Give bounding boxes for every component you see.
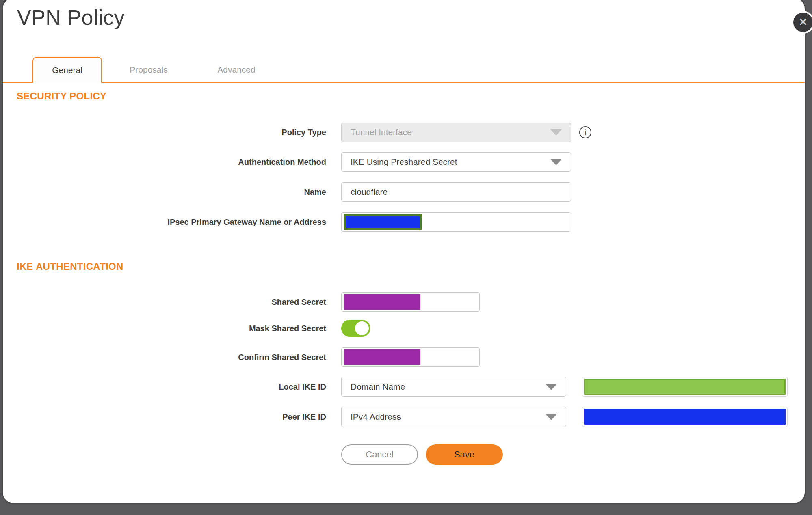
authentication-method-value: IKE Using Preshared Secret [342,157,457,167]
name-row: Name cloudflare [3,182,805,202]
peer-ike-id-type-select[interactable]: IPv4 Address [341,407,566,427]
name-label: Name [3,182,326,202]
section-heading-security-policy: SECURITY POLICY [17,91,106,102]
toggle-knob [355,321,369,335]
close-icon: ✕ [798,17,808,28]
peer-ike-id-row: Peer IKE ID IPv4 Address [3,407,805,427]
authentication-method-select[interactable]: IKE Using Preshared Secret [341,152,571,172]
mask-shared-secret-row: Mask Shared Secret [3,320,805,337]
authentication-method-label: Authentication Method [3,152,326,172]
vpn-policy-dialog: VPN Policy General Proposals Advanced SE… [2,0,806,504]
cancel-button[interactable]: Cancel [341,444,418,465]
redaction-overlay [344,214,422,230]
policy-type-row: Policy Type Tunnel Interface i [3,123,805,142]
chevron-down-icon [550,129,562,136]
page-title: VPN Policy [17,5,125,30]
name-input[interactable]: cloudflare [341,182,571,202]
local-ike-id-value-input[interactable] [582,377,788,397]
redaction-overlay [344,294,420,310]
local-ike-id-type-value: Domain Name [342,382,405,392]
info-icon[interactable]: i [579,126,591,138]
tab-bar-underline [3,82,805,83]
dialog-actions-row: Cancel Save [3,444,805,465]
tab-proposals-label: Proposals [130,65,167,75]
tab-advanced[interactable]: Advanced [202,57,271,83]
local-ike-id-type-select[interactable]: Domain Name [341,377,566,397]
policy-type-value: Tunnel Interface [342,127,412,137]
section-heading-ike-authentication: IKE AUTHENTICATION [17,261,123,272]
peer-ike-id-value-input[interactable] [582,407,788,427]
tab-proposals[interactable]: Proposals [114,57,183,83]
confirm-shared-secret-label: Confirm Shared Secret [3,347,326,367]
close-button[interactable]: ✕ [792,11,812,34]
name-value: cloudflare [342,187,388,197]
peer-ike-id-label: Peer IKE ID [3,407,326,427]
confirm-shared-secret-row: Confirm Shared Secret [3,347,805,367]
ipsec-primary-gateway-input[interactable] [341,212,571,232]
ipsec-primary-gateway-label: IPsec Primary Gateway Name or Address [3,212,326,232]
shared-secret-label: Shared Secret [3,292,326,312]
local-ike-id-row: Local IKE ID Domain Name [3,377,805,397]
cancel-button-label: Cancel [366,449,393,460]
policy-type-select: Tunnel Interface [341,123,571,142]
confirm-shared-secret-input[interactable] [341,347,480,367]
chevron-down-icon [546,414,557,420]
mask-shared-secret-toggle[interactable] [341,320,370,337]
redaction-overlay [584,379,786,395]
info-icon-glyph: i [584,128,587,137]
chevron-down-icon [546,384,557,390]
redaction-overlay [344,349,420,365]
mask-shared-secret-label: Mask Shared Secret [3,320,326,337]
redaction-overlay [584,409,786,425]
authentication-method-row: Authentication Method IKE Using Preshare… [3,152,805,172]
tab-advanced-label: Advanced [217,65,255,75]
save-button-label: Save [454,449,474,460]
shared-secret-row: Shared Secret [3,292,805,312]
local-ike-id-label: Local IKE ID [3,377,326,397]
ipsec-primary-gateway-row: IPsec Primary Gateway Name or Address [3,212,805,232]
save-button[interactable]: Save [426,444,503,465]
shared-secret-input[interactable] [341,292,480,312]
peer-ike-id-type-value: IPv4 Address [342,412,401,422]
chevron-down-icon [550,159,562,165]
policy-type-label: Policy Type [3,123,326,142]
tab-general[interactable]: General [32,57,102,83]
tab-general-label: General [52,65,82,75]
